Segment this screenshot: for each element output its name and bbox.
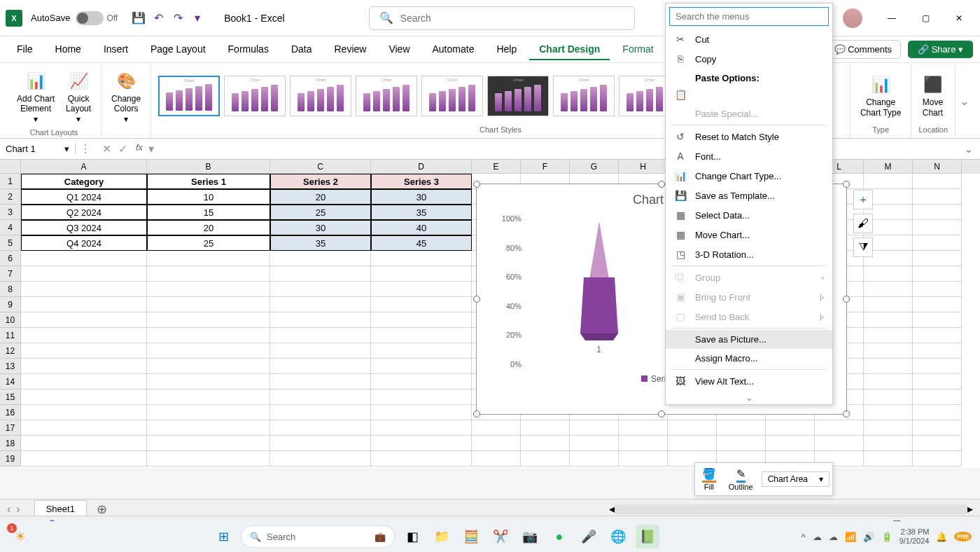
column-header[interactable]: M [864,160,913,174]
cell[interactable]: 25 [147,235,270,251]
cell[interactable]: 10 [147,189,270,205]
ctx-alt-text[interactable]: 🖼View Alt Text... [666,371,832,391]
row-header[interactable]: 2 [0,189,21,205]
tab-insert[interactable]: Insert [94,39,138,60]
cell[interactable] [570,451,619,467]
cell[interactable]: 20 [270,189,371,205]
cell[interactable] [668,436,717,451]
row-header[interactable]: 8 [0,282,21,297]
scroll-right-icon[interactable]: ▸ [967,502,973,516]
column-header[interactable]: A [21,160,147,174]
user-avatar[interactable] [843,8,862,28]
formula-dropdown-icon[interactable]: ▾ [148,142,154,156]
tab-format[interactable]: Format [612,39,663,60]
tab-formulas[interactable]: Formulas [218,39,279,60]
cell[interactable] [717,420,766,436]
cell[interactable]: 35 [270,235,371,251]
camera-icon[interactable]: 📷 [518,525,542,548]
column-header[interactable]: N [913,160,962,174]
cell[interactable] [21,389,147,405]
cell[interactable] [371,436,472,451]
cell[interactable] [371,359,472,374]
cell[interactable]: 45 [371,235,472,251]
cell[interactable] [913,374,962,389]
cell[interactable]: 35 [371,205,472,220]
cell[interactable] [21,405,147,420]
maximize-button[interactable]: ▢ [910,7,941,29]
cell[interactable] [619,436,668,451]
tab-page-layout[interactable]: Page Layout [141,39,216,60]
cell[interactable] [371,451,472,467]
cell[interactable]: 40 [371,220,472,235]
resize-handle[interactable] [658,410,665,418]
cell[interactable] [270,359,371,374]
row-header[interactable]: 7 [0,266,21,282]
cell[interactable] [913,405,962,420]
cell[interactable]: 30 [270,220,371,235]
row-header[interactable]: 9 [0,297,21,312]
resize-handle[interactable] [843,181,850,188]
row-header[interactable]: 6 [0,251,21,266]
change-chart-type-button[interactable]: 📊Change Chart Type [858,71,904,120]
cell[interactable] [21,343,147,359]
snip-icon[interactable]: ✂️ [489,525,512,548]
ctx-3d-rotation[interactable]: ◳3-D Rotation... [666,244,832,264]
cell[interactable] [864,436,913,451]
cell[interactable] [147,374,270,389]
tab-data[interactable]: Data [281,39,322,60]
column-header[interactable]: G [570,160,619,174]
row-header[interactable]: 13 [0,359,21,374]
ctx-font[interactable]: AFont... [666,146,832,166]
ctx-reset-style[interactable]: ↺Reset to Match Style [666,127,832,146]
wifi-icon[interactable]: 📶 [845,532,856,542]
cell[interactable] [815,420,864,436]
cell[interactable] [913,436,962,451]
cell[interactable] [913,389,962,405]
chart-style-thumb[interactable]: Chart [553,76,615,116]
cell[interactable] [371,389,472,405]
cell[interactable] [913,235,962,251]
cell[interactable] [21,451,147,467]
row-header[interactable]: 11 [0,328,21,343]
cell[interactable] [913,343,962,359]
tab-chart-design[interactable]: Chart Design [529,39,610,60]
cell[interactable] [472,420,521,436]
row-header[interactable]: 18 [0,436,21,451]
qat-customize-icon[interactable]: ▾ [188,8,207,28]
horizontal-scrollbar[interactable]: ◂ ▸ [609,504,973,515]
cell[interactable] [864,297,913,312]
cell[interactable] [270,405,371,420]
row-header[interactable]: 5 [0,235,21,251]
cell[interactable] [371,266,472,282]
row-header[interactable]: 14 [0,374,21,389]
quick-layout-button[interactable]: 📈Quick Layout ▾ [63,67,94,127]
outline-button[interactable]: ✎Outline [724,466,757,492]
change-colors-button[interactable]: 🎨Change Colors ▾ [108,67,144,127]
cell[interactable] [270,374,371,389]
system-clock[interactable]: 2:38 PM 9/1/2024 [899,527,930,546]
cell[interactable] [270,436,371,451]
cell[interactable] [147,436,270,451]
resize-handle[interactable] [658,181,665,188]
cell[interactable] [371,374,472,389]
cell[interactable] [147,389,270,405]
row-header[interactable]: 1 [0,174,21,189]
row-header[interactable]: 15 [0,389,21,405]
cell[interactable] [270,389,371,405]
share-button[interactable]: 🔗 Share ▾ [908,41,973,58]
cell[interactable] [21,359,147,374]
chart-style-thumb[interactable]: Chart [421,76,483,116]
cell[interactable] [913,297,962,312]
cell[interactable] [21,266,147,282]
column-header[interactable]: D [371,160,472,174]
search-box[interactable]: 🔍 [369,6,635,30]
resize-handle[interactable] [843,296,850,303]
resize-handle[interactable] [473,181,480,188]
undo-icon[interactable]: ↶ [148,8,168,28]
cell[interactable] [472,436,521,451]
cell[interactable] [913,174,962,189]
cell[interactable] [521,436,570,451]
row-header[interactable]: 4 [0,220,21,235]
cell[interactable] [864,374,913,389]
cell[interactable] [717,436,766,451]
